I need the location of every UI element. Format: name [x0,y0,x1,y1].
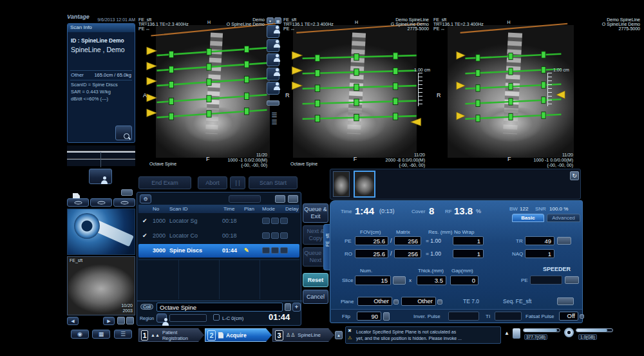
seq-option-button[interactable] [557,297,574,305]
tab2-label: Acquire [226,332,247,339]
speeder-option-button[interactable] [565,276,579,284]
abort-button[interactable]: Abort [198,176,227,189]
toolbar-more-button[interactable] [267,100,279,106]
ro-fov-field[interactable] [355,249,388,258]
viewport-2[interactable]: FE_sft TR=136.1 TE=2.3 400Hz PE ↔ H Demo… [281,16,431,167]
thick-field[interactable] [417,276,446,285]
scale-ruler [418,73,422,106]
tab-spineline[interactable]: 3 ♙♙ SpineLine [272,328,334,342]
tab-advanced[interactable]: Advanced [547,214,580,222]
queue-small-1-button[interactable] [275,195,285,203]
plane2-dropdown-button[interactable] [437,299,442,304]
gap-field[interactable] [450,276,478,285]
plus-icon: + [295,304,298,310]
ti-field[interactable] [495,312,522,321]
strip-thumb-2-selected[interactable] [354,171,375,198]
row-no: 3000 [153,247,166,254]
tab-patient-registration[interactable]: 1 ▲▲ Patient Registration [138,328,204,342]
pause-button[interactable]: | | [230,176,245,189]
coil-preview-image[interactable] [67,209,135,255]
slice-overlay[interactable] [448,16,574,167]
view-mode-1-button[interactable] [117,317,125,324]
flip-field[interactable] [357,312,381,321]
queue-row-1[interactable]: ✔ 1000 Locator Sg 00:18 [138,214,299,228]
close-icon[interactable]: ✖ [348,328,352,333]
plane2-select[interactable]: Other [401,297,436,306]
bed-icons: ▲▲ [151,333,160,337]
fatsat-dropdown-button[interactable] [580,314,584,319]
tab-basic[interactable]: Basic [512,214,544,222]
nowrap-header: No Wrap [454,229,474,235]
inver-pulse-field[interactable] [448,312,479,321]
pe-nowrap-field[interactable] [453,236,484,245]
queue-row-3-selected[interactable]: 3000 Spine Discs 01:44 ✎ [138,244,299,258]
power-button[interactable]: ◉ [71,330,89,339]
flip-stepper[interactable] [383,312,390,321]
anatomy-lumbar-button[interactable] [267,68,279,80]
queue-small-2-button[interactable] [288,195,298,203]
anatomy-spine-button[interactable] [267,53,279,66]
slice-overlay[interactable] [281,16,431,167]
tab2-number: 2 [207,330,216,341]
queue-row-2[interactable]: ✔ 2000 Locator Co 00:18 [138,229,299,243]
reset-button[interactable]: Reset [303,273,328,287]
next-image-button[interactable]: ▶ [103,317,115,325]
prev-image-button[interactable]: ◀ [67,317,79,325]
region-body-button[interactable] [156,314,167,323]
strip-thumb-1[interactable] [333,171,350,197]
flip-label: Flip [342,314,350,319]
lc-checkbox[interactable] [213,314,220,321]
toolbar-dropdown-button[interactable]: ▾ [267,17,274,24]
end-exam-button[interactable]: End Exam [138,176,191,189]
mode-chips [262,218,288,224]
fatsat-select[interactable]: Off [559,312,578,321]
naq-field[interactable] [525,249,554,258]
anatomy-neck-button[interactable] [267,39,279,52]
coil-option-3-button[interactable] [113,198,135,207]
mode-chips [262,247,288,254]
slice-overlay[interactable] [137,16,281,167]
plane1-select[interactable]: Other [357,297,392,306]
ro-nowrap-field[interactable] [453,249,484,258]
anatomy-head-button[interactable] [267,25,279,38]
queue-exit-button[interactable]: Queue & Exit [303,203,328,223]
tr-option-button[interactable] [557,237,571,245]
slice-field[interactable] [355,276,391,285]
alert-up-icon[interactable]: ▲ [504,330,509,336]
viewport-3[interactable]: FE_sft TR=136.1 TE=2.3 400Hz PE ↔ H Demo… [431,16,644,167]
coil-option-1-button[interactable] [67,198,89,207]
plane1-dropdown-button[interactable] [393,299,399,304]
scan-start-button[interactable]: Scan Start [249,176,298,189]
refresh-button[interactable]: ↻ [570,171,579,180]
zoom-search-button[interactable] [115,126,132,140]
tab-expand-button[interactable]: ▲ [335,331,343,339]
toolbar-grid-button[interactable]: ▦ [274,17,281,24]
viewport-1[interactable]: FE_sft TR=136.1 TE=2.3 400Hz PE ↔ H Demo… [137,16,281,167]
table-control-button[interactable]: ▦ [92,330,110,339]
coil-option-2-button[interactable] [90,198,112,207]
view-mode-2-button[interactable] [126,317,134,324]
exam-mini-table [67,145,135,167]
queue-header-row: No Scan ID Time Plan Mode Delay [138,205,299,213]
cancel-button[interactable]: Cancel [303,290,328,304]
utility-button[interactable]: ☰ [114,330,132,339]
add-scan-button[interactable]: + [292,303,301,312]
series-thumbnail[interactable]: FE_sft 10/20 2003 [67,256,135,315]
coil-aux-button[interactable] [285,303,291,311]
coil-name-input[interactable] [156,303,283,312]
collapse-chip[interactable] [121,189,133,196]
tr-field[interactable] [525,236,554,245]
coil-icon [97,201,105,204]
patient-position-button[interactable] [89,169,112,184]
pe-matrix-field[interactable] [394,236,421,245]
anatomy-pelvis-button[interactable] [267,82,279,95]
region-select[interactable] [169,314,207,322]
ro-matrix-field[interactable] [394,249,421,258]
tab-acquire[interactable]: 2 Acquire [205,328,272,342]
pe-fov-field[interactable] [355,236,388,245]
ruler-label: 1.00 cm [553,68,569,73]
protocol-filter-button[interactable]: ⚙ [140,194,151,203]
speeder-pe-select[interactable] [530,276,562,285]
queue-option-button[interactable] [229,195,261,203]
slice-option-button[interactable] [393,276,406,285]
